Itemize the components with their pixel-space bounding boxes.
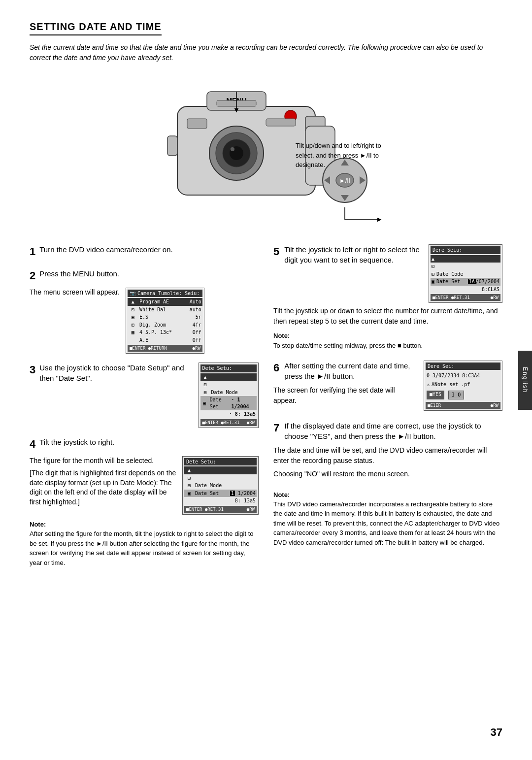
date-setup-time-row: · 8: 13a5 — [200, 410, 257, 418]
step-4-note-label: Note: — [30, 521, 46, 528]
step5-row-1: ▲ — [431, 255, 500, 263]
step-2-text: Press the MENU button. — [39, 268, 119, 279]
step5-screen-title: Dere Seiu: — [431, 246, 500, 254]
page-title: SETTING DATE AND TIME — [30, 20, 162, 35]
svg-rect-20 — [187, 119, 207, 129]
final-note-block: Note: This DVD video camera/recorder inc… — [273, 489, 502, 548]
step-5: 5 Tilt the joystick to left or right to … — [273, 244, 502, 351]
english-tab: English — [518, 351, 532, 410]
step-5-note-label: Note: — [273, 332, 290, 339]
step-5-body: Tilt the joystick up or down to select t… — [273, 306, 502, 351]
step-4-text: Tilt the joystick to right. — [39, 437, 114, 447]
step-4-sub2: [The digit that is highlighted first dep… — [30, 468, 176, 507]
step-6-text: After setting the current date and time,… — [284, 361, 418, 381]
final-note-text: This DVD video camera/recorder incorpora… — [273, 499, 502, 548]
date-setup-screen: Dete Setu: ▲ ⊡ ⊞ Date Mode ▣ Date Set · — [199, 363, 259, 428]
menu-title-bar: 📷Camera Tumolte: Seiu: — [128, 290, 202, 297]
menu-bottom-bar: ■ENTER ●RETURN ●RW — [128, 345, 202, 352]
step6-bottom: ■E1ER ●RW — [426, 402, 500, 409]
step6-verify-screen: Dere Sei: 0 3/07/2334 8:C3A4 ⚠ANote set … — [424, 361, 502, 411]
date-setup-title: Dete Setu: — [200, 364, 257, 372]
camera-diagram: MENU ►/II — [138, 77, 394, 230]
right-column: 5 Tilt the joystick to left or right to … — [273, 244, 502, 576]
date-set-step4-screen: Dete Setu: ▲ ⊡ ⊞ Date Mode ▣ Date Set — [182, 456, 259, 515]
menu-row-6: A.E Off — [128, 336, 202, 344]
step-1: 1 Turn the DVD video camera/recorder on. — [30, 244, 259, 260]
final-note-label: Note: — [273, 491, 290, 498]
intro-text: Set the current date and time so that th… — [30, 42, 502, 63]
step-4-note: After setting the figure for the month, … — [30, 529, 259, 567]
date-setup-row-3: ⊞ Date Mode — [200, 389, 257, 397]
date-setup-row-1: ▲ — [200, 373, 257, 381]
step-3-text: Use the joystick to choose "Date Setup" … — [39, 363, 192, 383]
menu-row-2: ⊡ White Bal auto — [128, 306, 202, 314]
step-3-number: 3 — [30, 363, 35, 378]
step5-row-2: ⊡ — [431, 263, 500, 270]
step-7-text: If the displayed date and time are corre… — [284, 421, 502, 441]
left-column: 1 Turn the DVD video camera/recorder on.… — [30, 244, 259, 576]
step-4-note-block: Note: After setting the figure for the m… — [30, 519, 259, 567]
step-4: 4 Tilt the joystick to right. The figure… — [30, 437, 259, 567]
step-2-number: 2 — [30, 268, 35, 284]
svg-rect-19 — [167, 136, 177, 156]
date-setup-row-4: ▣ Date Set · 1 1/2004 — [200, 396, 257, 410]
steps-layout: 1 Turn the DVD video camera/recorder on.… — [30, 244, 502, 576]
date-setup-row-2: ⊡ — [200, 381, 257, 389]
page-number: 37 — [491, 725, 502, 740]
step-6-number: 6 — [273, 361, 279, 376]
step6-screen-title: Dere Sei: — [426, 363, 500, 370]
camera-menu-screen: 📷Camera Tumolte: Seiu: ▲ Program AE Auto… — [126, 288, 204, 354]
step-2: 2 Press the MENU button. The menu screen… — [30, 268, 259, 354]
step-7-body: The date and time will be set, and the D… — [273, 445, 502, 479]
menu-row-5: ▦ 4 5.P. 13c* Off — [128, 329, 202, 336]
step-4-number: 4 — [30, 437, 35, 452]
callout-text: Tilt up/down and to left/right to select… — [296, 141, 394, 170]
step-6-body: The screen for verifying the set date wi… — [273, 385, 418, 406]
step-1-text: Turn the DVD video camera/recorder on. — [39, 244, 172, 255]
step4-row-3: ⊞ Date Mode — [184, 482, 257, 490]
svg-text:►/II: ►/II — [339, 177, 350, 184]
step5-row-4: ▣ Date Set 1A/07/2004 — [431, 278, 500, 286]
svg-rect-21 — [266, 119, 296, 126]
step-7: 7 If the displayed date and time are cor… — [273, 421, 502, 479]
step5-bottom: ■ENTER ●RET.31 ●RW — [431, 294, 500, 301]
step6-date-time: 0 3/07/2334 8:C3A4 — [426, 371, 500, 381]
step6-buttons: ■YES I O — [426, 389, 500, 401]
step-5-number: 5 — [273, 244, 279, 260]
step4-row-1: ▲ — [184, 466, 257, 474]
step-2-subtext: The menu screen will appear. — [30, 288, 120, 297]
step5-screen: Dere Seiu: ▲ ⊡ ⊞Date Code ▣ Date Set — [429, 244, 502, 303]
step4-screen-title: Dete Setu: — [184, 458, 257, 466]
step5-row-3: ⊞Date Code — [431, 270, 500, 278]
step4-time-row: 8: 13a5 — [184, 497, 257, 505]
menu-row-1: ▲ Program AE Auto — [128, 298, 202, 306]
step-7-number: 7 — [273, 421, 279, 436]
step5-time-row: 8:CLAS — [431, 286, 500, 294]
step-5-text: Tilt the joystick to left or right to se… — [284, 244, 426, 265]
step6-sub: ⚠ANote set .pf — [426, 381, 500, 389]
step4-row-2: ⊡ — [184, 474, 257, 482]
step4-row-4: ▣ Date Set 1 1/2004 — [184, 490, 257, 497]
step-3: 3 Use the joystick to choose "Date Setup… — [30, 363, 259, 428]
step-4-sub1: The figure for the month will be selecte… — [30, 456, 176, 466]
camera-illustration-area: MENU ►/II — [30, 77, 502, 230]
menu-row-4: ⊞ Dig. Zoom 4fr — [128, 321, 202, 329]
step-5-note: Note: To stop date/time setting midway, … — [273, 330, 502, 351]
step4-bottom: ■ENTER ●RET.31 ●RW — [184, 506, 257, 513]
step-1-number: 1 — [30, 244, 35, 260]
menu-row-3: ▣ E.S 5r — [128, 313, 202, 321]
step-6: 6 After setting the current date and tim… — [273, 361, 502, 411]
svg-point-5 — [231, 147, 234, 151]
date-setup-bottom: ■ENTER ●RET.31 ●RW — [200, 419, 257, 426]
